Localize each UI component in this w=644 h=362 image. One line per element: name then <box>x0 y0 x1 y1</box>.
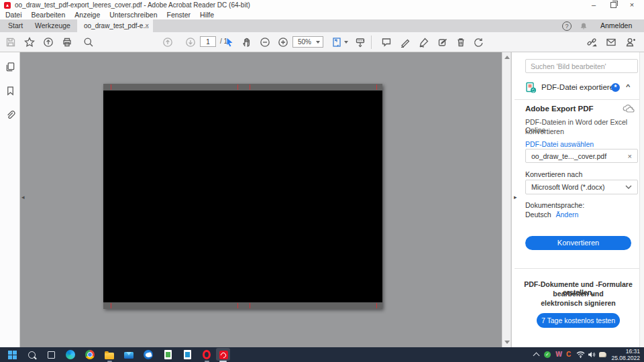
rotate-pages-icon[interactable] <box>472 36 485 49</box>
libreoffice-calc-icon[interactable] <box>162 349 173 360</box>
bookmarks-icon[interactable] <box>4 84 16 97</box>
comment-icon[interactable] <box>380 36 393 49</box>
tray-c-app-icon[interactable]: C <box>566 351 571 358</box>
zoom-level-dropdown[interactable]: 50% <box>292 36 323 48</box>
select-tool-icon[interactable] <box>223 36 236 49</box>
mail-icon[interactable] <box>123 349 134 360</box>
select-pdf-file-link[interactable]: PDF-Datei auswählen <box>525 140 594 148</box>
running-indicator <box>107 361 112 362</box>
clear-file-icon[interactable]: × <box>628 152 632 160</box>
fill-sign-icon[interactable] <box>436 36 449 49</box>
zoom-caret-icon <box>316 41 320 44</box>
libreoffice-writer-icon[interactable] <box>182 349 193 360</box>
menu-anzeige[interactable]: Anzeige <box>74 11 100 19</box>
tab-document-label: oo_draw_test_pdf-e... <box>84 22 149 29</box>
edge-icon[interactable] <box>65 349 76 360</box>
convert-button[interactable]: Konvertieren <box>525 236 631 250</box>
crop-mark <box>237 84 238 90</box>
file-explorer-icon[interactable] <box>104 349 115 360</box>
acrobat-taskbar-icon[interactable] <box>218 349 229 360</box>
star-icon[interactable] <box>23 36 36 49</box>
scrolling-mode-icon[interactable] <box>354 36 367 49</box>
document-scrollbar[interactable] <box>502 52 511 347</box>
close-button[interactable]: × <box>625 0 639 10</box>
selected-file-field[interactable]: oo_draw_te..._cover.pdf × <box>525 149 638 163</box>
language-row: Deutsch Ändern <box>525 210 578 219</box>
menu-datei[interactable]: Datei <box>5 11 22 19</box>
taskbar-clock[interactable]: 16:31 25.08.2022 <box>605 349 640 361</box>
left-navigation-pane <box>0 52 20 347</box>
format-select[interactable]: Microsoft Word (*.docx) <box>525 180 638 194</box>
free-trial-button[interactable]: 7 Tage kostenlos testen <box>537 313 620 328</box>
tab-werkzeuge[interactable]: Werkzeuge <box>35 19 70 32</box>
active-indicator <box>219 361 227 362</box>
zoom-out-icon[interactable] <box>258 36 272 49</box>
panel-divider <box>515 268 642 269</box>
minimize-button[interactable]: – <box>587 0 600 10</box>
email-icon[interactable] <box>604 36 618 49</box>
chrome-icon[interactable] <box>85 349 95 360</box>
share-person-icon[interactable] <box>624 36 637 49</box>
change-language-link[interactable]: Ändern <box>555 210 578 219</box>
page-fit-caret-icon[interactable] <box>344 41 348 44</box>
wifi-icon[interactable] <box>576 351 585 359</box>
export-description-line2: konvertieren <box>525 127 564 135</box>
tray-update-icon[interactable]: ✓ <box>544 351 551 358</box>
acrobat-reader-window: oo_draw_test_pdf-export_leeres_cover.pdf… <box>0 0 644 362</box>
menu-bearbeiten[interactable]: Bearbeiten <box>32 11 66 19</box>
zoom-in-icon[interactable] <box>276 36 290 49</box>
page-thumbnails-icon[interactable] <box>4 60 16 72</box>
save-icon[interactable] <box>4 36 17 49</box>
restore-button[interactable] <box>606 0 620 10</box>
acrobat-app-icon <box>4 2 11 9</box>
crop-mark <box>250 303 250 308</box>
collapse-left-pane-icon[interactable]: ◂ <box>21 194 25 200</box>
scroll-down-icon[interactable] <box>504 341 510 344</box>
sign-in-button[interactable]: Anmelden <box>600 19 632 32</box>
page-number-input[interactable] <box>200 36 216 47</box>
attachments-icon[interactable] <box>4 109 16 121</box>
panel-settings-badge-icon[interactable]: * <box>611 83 620 92</box>
task-view-icon[interactable] <box>46 349 56 360</box>
zoom-level-value: 50% <box>293 38 316 46</box>
start-button-icon[interactable] <box>7 349 17 360</box>
volume-icon[interactable] <box>588 351 596 359</box>
panel-scrollbar[interactable] <box>639 52 644 347</box>
tray-w-app-icon[interactable]: W <box>555 351 561 358</box>
menu-fenster[interactable]: Fenster <box>166 11 191 19</box>
tab-start[interactable]: Start <box>8 19 23 32</box>
document-area: ◂ ▸ <box>0 52 644 347</box>
scroll-up-icon[interactable] <box>504 56 510 59</box>
tab-close-icon[interactable]: × <box>145 19 149 32</box>
panel-divider <box>515 99 642 100</box>
tools-search-input[interactable] <box>525 59 638 73</box>
print-icon[interactable] <box>60 36 74 49</box>
thunderbird-icon[interactable] <box>143 349 154 360</box>
page-top-margin <box>103 84 382 90</box>
search-icon[interactable] <box>82 36 95 49</box>
help-icon[interactable]: ? <box>562 21 572 31</box>
previous-page-icon[interactable] <box>161 36 174 49</box>
tray-expand-icon[interactable] <box>533 353 540 359</box>
panel-collapse-icon[interactable]: ^ <box>626 83 630 90</box>
tab-document[interactable]: oo_draw_test_pdf-e... × <box>77 19 153 32</box>
crop-mark <box>111 303 111 308</box>
page-fit-icon[interactable] <box>330 36 343 49</box>
windows-taskbar: ✓ W C 16:31 25.08.2022 <box>0 347 644 362</box>
send-link-icon[interactable] <box>585 36 598 49</box>
collapse-right-pane-icon[interactable]: ▸ <box>514 194 517 200</box>
pdf-page[interactable] <box>103 84 382 309</box>
window-title: oo_draw_test_pdf-export_leeres_cover.pdf… <box>15 1 250 9</box>
sign-pen-icon[interactable] <box>417 36 431 49</box>
export-pdf-header[interactable]: PDF-Datei exportieren * ^ <box>512 80 644 97</box>
taskbar-search-icon[interactable] <box>26 349 37 360</box>
menu-unterschreiben[interactable]: Unterschreiben <box>109 11 157 19</box>
opera-icon[interactable] <box>201 349 212 360</box>
delete-pages-icon[interactable] <box>454 36 468 49</box>
menu-hilfe[interactable]: Hilfe <box>200 11 214 19</box>
hand-tool-icon[interactable] <box>240 36 254 49</box>
highlight-icon[interactable] <box>398 36 412 49</box>
notifications-bell-icon[interactable] <box>580 22 588 32</box>
share-upload-icon[interactable] <box>42 36 55 49</box>
next-page-icon[interactable] <box>184 36 197 49</box>
